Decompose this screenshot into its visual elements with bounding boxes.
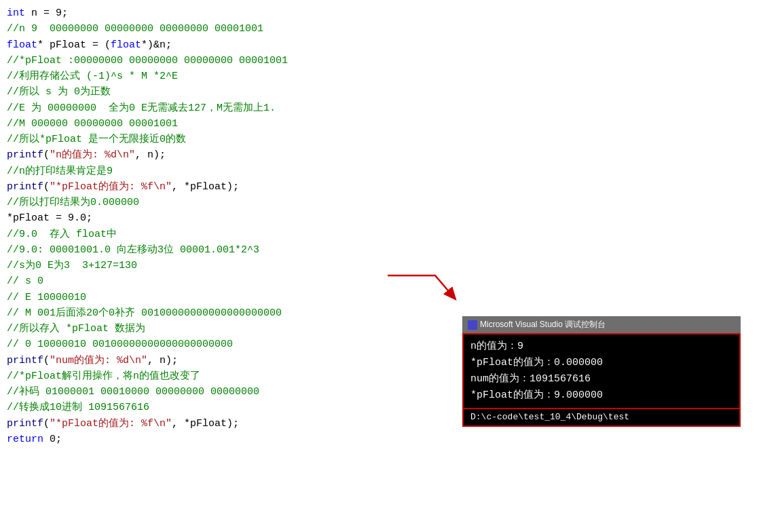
code-line: // s 0 <box>7 273 754 289</box>
code-line: int n = 9; <box>7 5 754 21</box>
console-bottom-text: D:\c-code\test_10_4\Debug\test <box>462 409 741 427</box>
code-line: //n 9 00000000 00000000 00000000 0000100… <box>7 21 754 37</box>
code-line: //*pFloat :00000000 00000000 00000000 00… <box>7 53 754 69</box>
code-line: //s为0 E为3 3+127=130 <box>7 258 754 273</box>
code-line: //E 为 00000000 全为0 E无需减去127，M无需加上1. <box>7 100 754 116</box>
vs-icon <box>468 320 477 330</box>
code-line: float* pFloat = (float*)&n; <box>7 37 754 53</box>
code-line: //M 000000 00000000 00001001 <box>7 116 754 132</box>
code-line: *pFloat = 9.0; <box>7 210 754 226</box>
console-overlay: Microsoft Visual Studio 调试控制台 n的值为：9 *pF… <box>462 316 741 427</box>
console-titlebar: Microsoft Visual Studio 调试控制台 <box>462 316 741 333</box>
code-line: //利用存储公式 (-1)^s * M *2^E <box>7 69 754 84</box>
code-line: //n的打印结果肯定是9 <box>7 164 754 179</box>
console-line-1: n的值为：9 <box>470 339 732 355</box>
console-line-4: *pFloat的值为：9.000000 <box>470 387 732 404</box>
code-line: //所以 s 为 0为正数 <box>7 84 754 100</box>
console-line-2: *pFloat的值为：0.000000 <box>470 355 732 371</box>
code-line: printf("*pFloat的值为: %f\n", *pFloat); <box>7 179 754 195</box>
code-line: return 0; <box>7 432 754 447</box>
code-line: // E 10000010 <box>7 290 754 305</box>
console-body: n的值为：9 *pFloat的值为：0.000000 num的值为：109156… <box>462 333 741 409</box>
console-title-text: Microsoft Visual Studio 调试控制台 <box>480 318 606 331</box>
code-line: //所以打印结果为0.000000 <box>7 195 754 210</box>
code-editor: int n = 9;//n 9 00000000 00000000 000000… <box>7 5 754 447</box>
console-line-3: num的值为：1091567616 <box>470 371 732 387</box>
code-line: //9.0 存入 float中 <box>7 227 754 242</box>
code-line: //9.0: 00001001.0 向左移动3位 00001.001*2^3 <box>7 242 754 258</box>
code-line: //所以*pFloat 是一个无限接近0的数 <box>7 132 754 147</box>
code-line: printf("n的值为: %d\n", n); <box>7 147 754 163</box>
